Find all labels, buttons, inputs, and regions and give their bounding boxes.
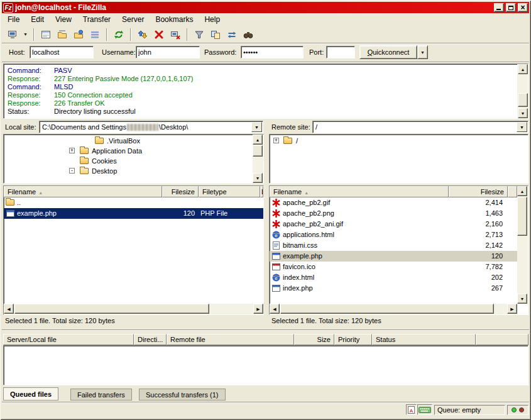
tree-item-root[interactable]: + / [270, 136, 528, 146]
menu-edit[interactable]: Edit [25, 13, 50, 26]
file-row-selected[interactable]: example.php 120 [270, 251, 517, 262]
column-header-filename[interactable]: Filename▲ [4, 186, 162, 197]
tab-successful-transfers[interactable]: Successful transfers (1) [139, 389, 226, 401]
column-header-status[interactable]: Status [372, 334, 476, 345]
toggle-transfer-queue-button[interactable] [87, 27, 102, 42]
scroll-down-icon[interactable]: ▼ [517, 294, 527, 304]
minimize-icon [496, 9, 501, 10]
folder-icon [80, 158, 89, 164]
keyboard-indicator[interactable] [417, 404, 432, 415]
refresh-button[interactable] [111, 27, 126, 42]
scroll-thumb[interactable] [518, 93, 528, 107]
scroll-right-icon[interactable]: ▶ [507, 304, 517, 314]
expand-icon[interactable]: + [69, 148, 75, 153]
menu-server[interactable]: Server [116, 13, 150, 26]
tab-failed-transfers[interactable]: Failed transfers [70, 389, 132, 401]
titlebar: Fz john@localhost - FileZilla × [2, 2, 529, 13]
close-button[interactable]: × [518, 3, 528, 12]
separator-line [2, 43, 529, 44]
tree-item-virtualbox[interactable]: .VirtualBox [4, 136, 263, 146]
file-row[interactable]: e applications.html 2,713 [270, 229, 517, 240]
site-manager-button[interactable] [5, 27, 20, 42]
cancel-button[interactable] [151, 27, 167, 42]
column-header-size[interactable]: Size [294, 334, 334, 345]
collapse-icon[interactable]: - [69, 168, 75, 174]
port-label: Port: [309, 48, 324, 57]
column-header-direction[interactable]: Directi... [134, 334, 167, 345]
scroll-up-icon[interactable]: ▲ [517, 186, 527, 196]
combo-dropdown-button[interactable]: ▼ [251, 122, 262, 132]
menu-file[interactable]: File [2, 13, 25, 26]
remote-site-combo[interactable]: / ▼ [312, 121, 528, 133]
local-site-combo[interactable]: C:\Documents and Settings\Desktop\ ▼ [39, 121, 263, 133]
transfer-type-indicator[interactable]: A [406, 404, 417, 415]
filter-button[interactable] [192, 27, 207, 42]
maximize-button[interactable] [506, 3, 516, 12]
username-input[interactable] [136, 46, 200, 58]
scroll-thumb[interactable] [14, 304, 209, 314]
column-header-filesize[interactable]: Filesize [449, 186, 508, 197]
scroll-up-icon[interactable]: ▲ [253, 135, 263, 145]
process-queue-button[interactable] [135, 27, 150, 42]
expand-icon[interactable]: + [273, 138, 279, 143]
password-input[interactable] [241, 46, 304, 58]
scroll-thumb[interactable] [517, 197, 527, 236]
scroll-thumb[interactable] [280, 304, 494, 314]
tree-item-application-data[interactable]: + Application Data [4, 146, 263, 156]
file-row[interactable]: apache_pb2_ani.gif 2,160 [270, 219, 517, 229]
host-input[interactable] [30, 46, 94, 58]
file-row-parent-dir[interactable]: .. [4, 197, 263, 208]
column-header-remote-file[interactable]: Remote file [167, 334, 294, 345]
scroll-down-icon[interactable]: ▼ [518, 108, 528, 118]
column-header-lastmodified[interactable]: L [260, 186, 263, 197]
compare-button[interactable] [208, 27, 223, 42]
scroll-up-icon[interactable]: ▲ [518, 64, 528, 74]
tree-item-cookies[interactable]: Cookies [4, 156, 263, 166]
activity-indicators [507, 405, 528, 415]
scroll-left-icon[interactable]: ◀ [4, 304, 14, 314]
quickconnect-dropdown-button[interactable]: ▼ [417, 45, 428, 59]
remote-path: / [315, 123, 317, 131]
file-row[interactable]: apache_pb2.gif 2,414 [270, 197, 517, 208]
menu-help[interactable]: Help [199, 13, 226, 26]
menu-transfer[interactable]: Transfer [77, 13, 116, 26]
file-row[interactable]: apache_pb2.png 1,463 [270, 208, 517, 219]
file-row[interactable]: favicon.ico 7,782 [270, 262, 517, 272]
toggle-remote-tree-button[interactable] [71, 27, 86, 42]
tree-item-desktop[interactable]: - Desktop [4, 166, 263, 176]
remote-vscrollbar[interactable]: ▲ ▼ [517, 186, 528, 304]
toggle-local-tree-button[interactable] [55, 27, 70, 42]
site-manager-dropdown-button[interactable]: ▼ [21, 27, 30, 42]
column-header-filename[interactable]: Filename▲ [270, 186, 449, 197]
local-tree-scrollbar[interactable]: ▲ ▼ [253, 135, 263, 183]
scroll-down-icon[interactable]: ▼ [253, 173, 263, 183]
column-header-priority[interactable]: Priority [334, 334, 372, 345]
port-input[interactable] [326, 46, 355, 58]
scroll-left-icon[interactable]: ◀ [270, 304, 280, 314]
scroll-right-icon[interactable]: ▶ [253, 304, 263, 314]
column-header-server-local-file[interactable]: Server/Local file [3, 334, 134, 345]
file-row-example-php[interactable]: example.php 120 PHP File [4, 208, 263, 219]
minimize-button[interactable] [494, 3, 504, 12]
file-row[interactable]: e index.html 202 [270, 272, 517, 283]
vertical-splitter[interactable] [264, 120, 269, 328]
image-file-icon [271, 219, 281, 229]
column-header-filesize[interactable]: Filesize [162, 186, 199, 197]
tab-queued-files[interactable]: Queued files [3, 387, 58, 401]
file-row[interactable]: bitnami.css 2,142 [270, 240, 517, 251]
menu-view[interactable]: View [50, 13, 77, 26]
quickconnect-button[interactable]: Quickconnect [359, 45, 417, 59]
file-row[interactable]: index.php 267 [270, 283, 517, 294]
find-button[interactable] [241, 27, 256, 42]
combo-dropdown-button[interactable]: ▼ [517, 122, 527, 132]
remote-hscrollbar[interactable]: ◀ ▶ [270, 304, 517, 314]
menu-bookmarks[interactable]: Bookmarks [150, 13, 199, 26]
toggle-message-log-button[interactable] [38, 27, 53, 42]
column-header-filetype[interactable]: Filetype [199, 186, 260, 197]
sync-browsing-button[interactable] [224, 27, 239, 42]
local-hscrollbar[interactable]: ◀ ▶ [4, 304, 263, 314]
disconnect-button[interactable] [168, 27, 183, 42]
remote-directory-tree: + / [269, 134, 528, 184]
scroll-thumb[interactable] [253, 145, 263, 157]
log-scrollbar[interactable]: ▲ ▼ [517, 64, 528, 118]
